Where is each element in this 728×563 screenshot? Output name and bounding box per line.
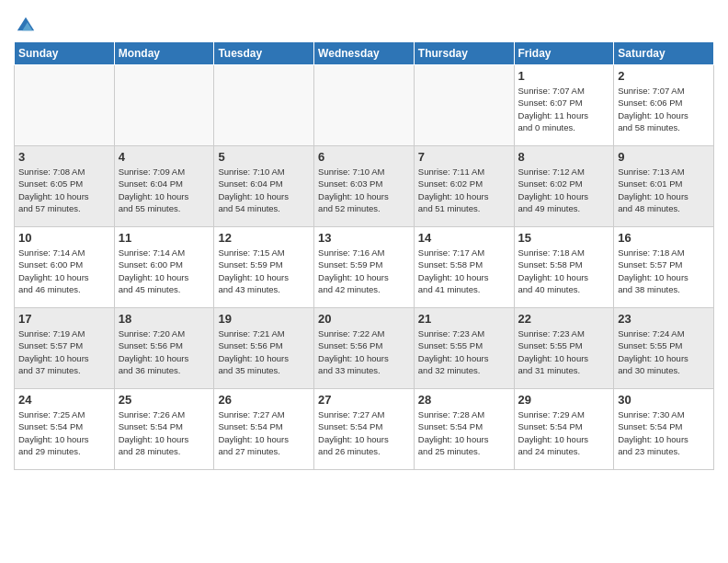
day-number: 1 — [518, 69, 610, 83]
calendar-week-row: 24Sunrise: 7:25 AM Sunset: 5:54 PM Dayli… — [15, 389, 714, 470]
day-info: Sunrise: 7:11 AM Sunset: 6:02 PM Dayligh… — [418, 166, 510, 214]
day-number: 16 — [618, 231, 710, 245]
day-number: 26 — [218, 393, 310, 407]
weekday-header: Sunday — [15, 42, 115, 65]
calendar-week-row: 1Sunrise: 7:07 AM Sunset: 6:07 PM Daylig… — [15, 65, 714, 146]
day-number: 11 — [119, 231, 210, 245]
day-number: 22 — [518, 312, 610, 326]
weekday-header: Thursday — [414, 42, 514, 65]
day-number: 6 — [318, 150, 410, 164]
day-info: Sunrise: 7:13 AM Sunset: 6:01 PM Dayligh… — [618, 166, 710, 214]
day-number: 29 — [518, 393, 610, 407]
day-info: Sunrise: 7:14 AM Sunset: 6:00 PM Dayligh… — [18, 247, 110, 295]
day-info: Sunrise: 7:17 AM Sunset: 5:58 PM Dayligh… — [418, 247, 510, 295]
calendar-day-cell — [114, 65, 214, 146]
calendar-day-cell: 21Sunrise: 7:23 AM Sunset: 5:55 PM Dayli… — [414, 308, 514, 389]
day-number: 25 — [119, 393, 210, 407]
calendar-day-cell: 23Sunrise: 7:24 AM Sunset: 5:55 PM Dayli… — [614, 308, 714, 389]
calendar-day-cell — [414, 65, 514, 146]
day-number: 3 — [18, 150, 110, 164]
calendar-day-cell: 1Sunrise: 7:07 AM Sunset: 6:07 PM Daylig… — [514, 65, 614, 146]
day-info: Sunrise: 7:26 AM Sunset: 5:54 PM Dayligh… — [119, 408, 210, 457]
weekday-header: Wednesday — [314, 42, 415, 65]
day-info: Sunrise: 7:18 AM Sunset: 5:57 PM Dayligh… — [618, 247, 710, 295]
calendar-header-row: SundayMondayTuesdayWednesdayThursdayFrid… — [15, 42, 714, 65]
calendar-day-cell: 7Sunrise: 7:11 AM Sunset: 6:02 PM Daylig… — [414, 146, 514, 227]
calendar-day-cell: 24Sunrise: 7:25 AM Sunset: 5:54 PM Dayli… — [15, 389, 115, 470]
day-info: Sunrise: 7:22 AM Sunset: 5:56 PM Dayligh… — [318, 327, 410, 376]
day-number: 28 — [418, 393, 510, 407]
day-info: Sunrise: 7:28 AM Sunset: 5:54 PM Dayligh… — [418, 408, 510, 457]
day-info: Sunrise: 7:30 AM Sunset: 5:54 PM Dayligh… — [618, 408, 710, 457]
day-number: 5 — [218, 150, 310, 164]
day-info: Sunrise: 7:08 AM Sunset: 6:05 PM Dayligh… — [18, 166, 110, 214]
day-info: Sunrise: 7:24 AM Sunset: 5:55 PM Dayligh… — [618, 327, 710, 376]
day-number: 8 — [518, 150, 610, 164]
calendar-day-cell: 13Sunrise: 7:16 AM Sunset: 5:59 PM Dayli… — [314, 227, 415, 308]
weekday-header: Monday — [114, 42, 214, 65]
day-number: 23 — [618, 312, 710, 326]
day-number: 21 — [418, 312, 510, 326]
calendar-day-cell: 8Sunrise: 7:12 AM Sunset: 6:02 PM Daylig… — [514, 146, 614, 227]
calendar-day-cell: 20Sunrise: 7:22 AM Sunset: 5:56 PM Dayli… — [314, 308, 415, 389]
day-info: Sunrise: 7:14 AM Sunset: 6:00 PM Dayligh… — [119, 247, 210, 295]
day-number: 9 — [618, 150, 710, 164]
calendar-day-cell — [214, 65, 314, 146]
calendar-day-cell: 30Sunrise: 7:30 AM Sunset: 5:54 PM Dayli… — [614, 389, 714, 470]
day-info: Sunrise: 7:21 AM Sunset: 5:56 PM Dayligh… — [218, 327, 310, 376]
calendar-day-cell — [314, 65, 415, 146]
day-number: 13 — [318, 231, 410, 245]
logo-icon — [16, 14, 36, 34]
day-info: Sunrise: 7:10 AM Sunset: 6:03 PM Dayligh… — [318, 166, 410, 214]
day-info: Sunrise: 7:12 AM Sunset: 6:02 PM Dayligh… — [518, 166, 610, 214]
calendar-day-cell: 9Sunrise: 7:13 AM Sunset: 6:01 PM Daylig… — [614, 146, 714, 227]
calendar-day-cell: 19Sunrise: 7:21 AM Sunset: 5:56 PM Dayli… — [214, 308, 314, 389]
day-number: 2 — [618, 69, 710, 83]
day-number: 27 — [318, 393, 410, 407]
day-info: Sunrise: 7:27 AM Sunset: 5:54 PM Dayligh… — [218, 408, 310, 457]
calendar-week-row: 10Sunrise: 7:14 AM Sunset: 6:00 PM Dayli… — [15, 227, 714, 308]
day-info: Sunrise: 7:15 AM Sunset: 5:59 PM Dayligh… — [218, 247, 310, 295]
calendar-day-cell: 16Sunrise: 7:18 AM Sunset: 5:57 PM Dayli… — [614, 227, 714, 308]
calendar-day-cell: 6Sunrise: 7:10 AM Sunset: 6:03 PM Daylig… — [314, 146, 415, 227]
day-number: 20 — [318, 312, 410, 326]
calendar-week-row: 3Sunrise: 7:08 AM Sunset: 6:05 PM Daylig… — [15, 146, 714, 227]
day-number: 30 — [618, 393, 710, 407]
day-info: Sunrise: 7:20 AM Sunset: 5:56 PM Dayligh… — [119, 327, 210, 376]
calendar-day-cell: 28Sunrise: 7:28 AM Sunset: 5:54 PM Dayli… — [414, 389, 514, 470]
calendar-day-cell: 25Sunrise: 7:26 AM Sunset: 5:54 PM Dayli… — [114, 389, 214, 470]
calendar-day-cell: 12Sunrise: 7:15 AM Sunset: 5:59 PM Dayli… — [214, 227, 314, 308]
day-info: Sunrise: 7:19 AM Sunset: 5:57 PM Dayligh… — [18, 327, 110, 376]
calendar-day-cell: 2Sunrise: 7:07 AM Sunset: 6:06 PM Daylig… — [614, 65, 714, 146]
calendar-week-row: 17Sunrise: 7:19 AM Sunset: 5:57 PM Dayli… — [15, 308, 714, 389]
calendar-day-cell: 22Sunrise: 7:23 AM Sunset: 5:55 PM Dayli… — [514, 308, 614, 389]
day-info: Sunrise: 7:27 AM Sunset: 5:54 PM Dayligh… — [318, 408, 410, 457]
calendar-day-cell: 14Sunrise: 7:17 AM Sunset: 5:58 PM Dayli… — [414, 227, 514, 308]
calendar-day-cell: 27Sunrise: 7:27 AM Sunset: 5:54 PM Dayli… — [314, 389, 415, 470]
calendar-day-cell: 29Sunrise: 7:29 AM Sunset: 5:54 PM Dayli… — [514, 389, 614, 470]
day-info: Sunrise: 7:18 AM Sunset: 5:58 PM Dayligh… — [518, 247, 610, 295]
day-info: Sunrise: 7:23 AM Sunset: 5:55 PM Dayligh… — [418, 327, 510, 376]
logo-text — [14, 14, 36, 34]
calendar-day-cell: 18Sunrise: 7:20 AM Sunset: 5:56 PM Dayli… — [114, 308, 214, 389]
calendar-day-cell: 5Sunrise: 7:10 AM Sunset: 6:04 PM Daylig… — [214, 146, 314, 227]
day-number: 18 — [119, 312, 210, 326]
day-number: 19 — [218, 312, 310, 326]
day-info: Sunrise: 7:29 AM Sunset: 5:54 PM Dayligh… — [518, 408, 610, 457]
day-info: Sunrise: 7:23 AM Sunset: 5:55 PM Dayligh… — [518, 327, 610, 376]
calendar-day-cell: 26Sunrise: 7:27 AM Sunset: 5:54 PM Dayli… — [214, 389, 314, 470]
day-number: 15 — [518, 231, 610, 245]
calendar-day-cell: 4Sunrise: 7:09 AM Sunset: 6:04 PM Daylig… — [114, 146, 214, 227]
header — [14, 9, 714, 34]
day-number: 17 — [18, 312, 110, 326]
day-info: Sunrise: 7:07 AM Sunset: 6:07 PM Dayligh… — [518, 85, 610, 133]
day-number: 24 — [18, 393, 110, 407]
calendar-day-cell: 15Sunrise: 7:18 AM Sunset: 5:58 PM Dayli… — [514, 227, 614, 308]
logo — [14, 14, 36, 34]
page: SundayMondayTuesdayWednesdayThursdayFrid… — [0, 0, 728, 484]
calendar-day-cell: 11Sunrise: 7:14 AM Sunset: 6:00 PM Dayli… — [114, 227, 214, 308]
weekday-header: Tuesday — [214, 42, 314, 65]
day-number: 14 — [418, 231, 510, 245]
day-info: Sunrise: 7:09 AM Sunset: 6:04 PM Dayligh… — [119, 166, 210, 214]
day-number: 7 — [418, 150, 510, 164]
